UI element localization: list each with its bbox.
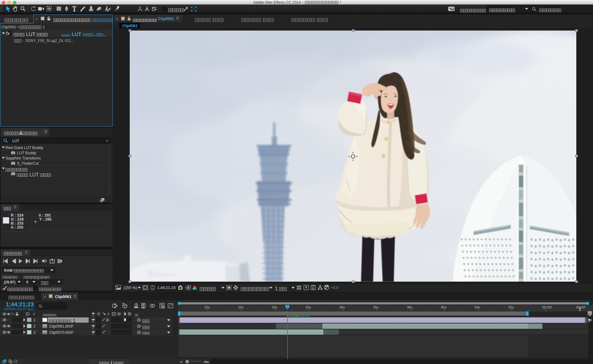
svg-text:32: 32	[12, 163, 14, 165]
svg-text:32: 32	[12, 173, 14, 175]
svg-text:32: 32	[12, 152, 14, 154]
